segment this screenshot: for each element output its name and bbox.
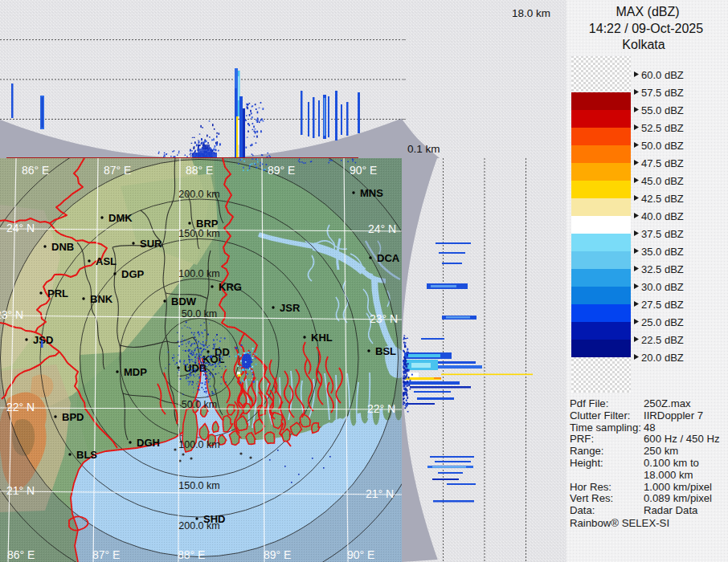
svg-text:Data:: Data:: [570, 504, 595, 516]
svg-text:250Z.max: 250Z.max: [644, 397, 691, 409]
svg-text:18.000 km: 18.000 km: [644, 469, 693, 481]
svg-text:55.0 dBZ: 55.0 dBZ: [641, 104, 684, 116]
svg-text:22.5 dBZ: 22.5 dBZ: [641, 334, 684, 346]
svg-text:0.089 km/pixel: 0.089 km/pixel: [644, 492, 712, 504]
svg-text:PRF:: PRF:: [570, 433, 594, 445]
svg-text:57.5 dBZ: 57.5 dBZ: [641, 87, 684, 99]
svg-text:52.5 dBZ: 52.5 dBZ: [641, 122, 684, 134]
svg-text:Rainbow® SELEX-SI: Rainbow® SELEX-SI: [570, 517, 669, 529]
svg-text:0.100 km to: 0.100 km to: [644, 457, 699, 469]
svg-text:Clutter Filter:: Clutter Filter:: [570, 409, 630, 422]
svg-text:600 Hz / 450 Hz: 600 Hz / 450 Hz: [644, 433, 720, 445]
svg-text:35.0 dBZ: 35.0 dBZ: [641, 246, 684, 258]
svg-text:Kolkata: Kolkata: [622, 38, 665, 51]
svg-text:30.0 dBZ: 30.0 dBZ: [641, 281, 684, 293]
svg-text:0.1 km: 0.1 km: [407, 143, 440, 155]
svg-text:50.0 dBZ: 50.0 dBZ: [641, 140, 684, 152]
svg-text:25.0 dBZ: 25.0 dBZ: [641, 316, 684, 328]
svg-text:37.5 dBZ: 37.5 dBZ: [641, 228, 684, 240]
svg-text:60.0 dBZ: 60.0 dBZ: [641, 69, 684, 81]
svg-text:IIRDoppler 7: IIRDoppler 7: [644, 409, 703, 422]
svg-text:18.0 km: 18.0 km: [512, 7, 550, 19]
svg-text:45.0 dBZ: 45.0 dBZ: [641, 175, 684, 187]
svg-text:27.5 dBZ: 27.5 dBZ: [641, 299, 684, 311]
svg-text:Radar Data: Radar Data: [644, 504, 698, 516]
svg-text:1.000 km/pixel: 1.000 km/pixel: [644, 481, 712, 493]
svg-text:20.0 dBZ: 20.0 dBZ: [641, 352, 684, 364]
svg-text:48: 48: [644, 422, 656, 434]
svg-text:40.0 dBZ: 40.0 dBZ: [641, 210, 684, 222]
svg-text:Hor Res:: Hor Res:: [570, 481, 611, 493]
svg-text:Range:: Range:: [570, 445, 604, 457]
svg-text:47.5 dBZ: 47.5 dBZ: [641, 157, 684, 169]
svg-text:14:22 / 09-Oct-2025: 14:22 / 09-Oct-2025: [589, 22, 703, 35]
svg-text:250 km: 250 km: [644, 445, 678, 457]
svg-text:Pdf File:: Pdf File:: [570, 397, 608, 409]
svg-text:MAX (dBZ): MAX (dBZ): [616, 5, 679, 18]
svg-text:32.5 dBZ: 32.5 dBZ: [641, 263, 684, 275]
svg-text:Vert Res:: Vert Res:: [570, 492, 613, 504]
svg-text:Height:: Height:: [570, 457, 603, 469]
svg-text:Time sampling:: Time sampling:: [570, 422, 641, 434]
svg-text:42.5 dBZ: 42.5 dBZ: [641, 193, 684, 205]
